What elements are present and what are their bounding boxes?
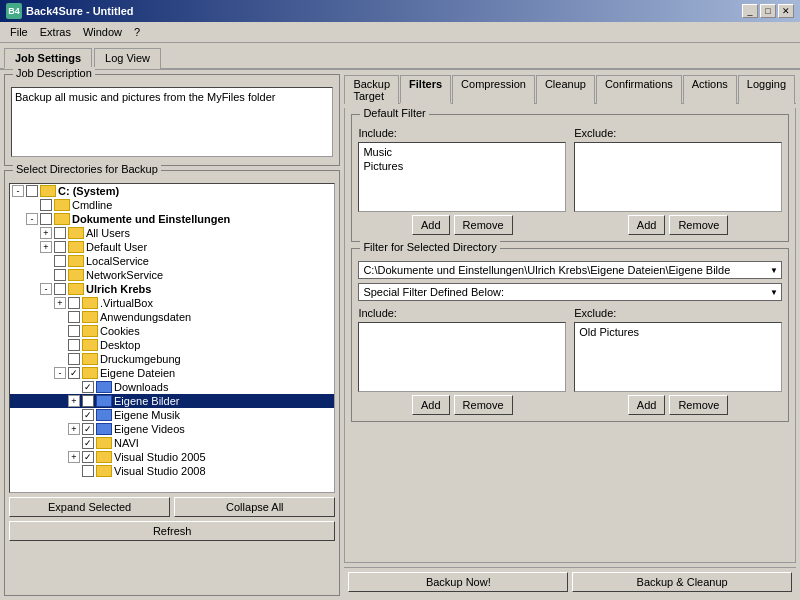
tree-item[interactable]: +✓Eigene Videos	[10, 422, 334, 436]
tree-checkbox[interactable]	[68, 353, 80, 365]
tab-confirmations[interactable]: Confirmations	[596, 75, 682, 104]
tree-expand-icon[interactable]: +	[54, 297, 66, 309]
tree-checkbox[interactable]	[82, 465, 94, 477]
default-exclude-add-button[interactable]: Add	[628, 215, 666, 235]
folder-icon	[96, 451, 112, 463]
collapse-all-button[interactable]: Collapse All	[174, 497, 335, 517]
tab-log-view[interactable]: Log View	[94, 48, 161, 69]
tree-checkbox[interactable]: ✓	[82, 409, 94, 421]
list-item[interactable]: Music	[361, 145, 563, 159]
close-button[interactable]: ✕	[778, 4, 794, 18]
tree-item[interactable]: +Default User	[10, 240, 334, 254]
tree-expand-icon[interactable]: +	[68, 395, 80, 407]
tree-expand-icon[interactable]: -	[54, 367, 66, 379]
tree-expand-icon[interactable]: -	[40, 283, 52, 295]
tree-item[interactable]: +✓Eigene Bilder	[10, 394, 334, 408]
filter-type-dropdown[interactable]: Special Filter Defined Below:Use Default…	[358, 283, 782, 301]
tab-backup-target[interactable]: Backup Target	[344, 75, 399, 104]
refresh-button[interactable]: Refresh	[9, 521, 335, 541]
tree-expand-icon[interactable]: +	[68, 451, 80, 463]
default-exclude-listbox[interactable]	[574, 142, 782, 212]
tab-cleanup[interactable]: Cleanup	[536, 75, 595, 104]
dir-select-label: Select Directories for Backup	[13, 163, 161, 175]
tree-item[interactable]: -C: (System)	[10, 184, 334, 198]
tree-item[interactable]: ✓Eigene Musik	[10, 408, 334, 422]
default-exclude-remove-button[interactable]: Remove	[669, 215, 728, 235]
tree-checkbox[interactable]	[40, 199, 52, 211]
default-include-add-button[interactable]: Add	[412, 215, 450, 235]
maximize-button[interactable]: □	[760, 4, 776, 18]
backup-now-button[interactable]: Backup Now!	[348, 572, 568, 592]
tree-checkbox[interactable]	[68, 297, 80, 309]
tree-expand-icon[interactable]: +	[40, 241, 52, 253]
tree-checkbox[interactable]: ✓	[82, 451, 94, 463]
expand-selected-button[interactable]: Expand Selected	[9, 497, 170, 517]
tree-item[interactable]: Druckumgebung	[10, 352, 334, 366]
tree-checkbox[interactable]	[54, 241, 66, 253]
tree-item[interactable]: ✓NAVI	[10, 436, 334, 450]
tree-checkbox[interactable]	[54, 283, 66, 295]
default-include-remove-button[interactable]: Remove	[454, 215, 513, 235]
tree-expand-icon[interactable]: -	[12, 185, 24, 197]
tree-item[interactable]: +All Users	[10, 226, 334, 240]
tree-item[interactable]: Desktop	[10, 338, 334, 352]
tree-checkbox[interactable]: ✓	[82, 437, 94, 449]
tab-actions[interactable]: Actions	[683, 75, 737, 104]
dir-path-dropdown[interactable]: C:\Dokumente und Einstellungen\Ulrich Kr…	[358, 261, 782, 279]
main-content: Job Description Select Directories for B…	[0, 70, 800, 600]
tree-checkbox[interactable]: ✓	[82, 423, 94, 435]
tree-item[interactable]: Cmdline	[10, 198, 334, 212]
tree-item[interactable]: NetworkService	[10, 268, 334, 282]
tree-item[interactable]: Anwendungsdaten	[10, 310, 334, 324]
tree-item[interactable]: Cookies	[10, 324, 334, 338]
tab-compression[interactable]: Compression	[452, 75, 535, 104]
tree-checkbox[interactable]	[68, 325, 80, 337]
selected-include-remove-button[interactable]: Remove	[454, 395, 513, 415]
menu-file[interactable]: File	[4, 24, 34, 40]
tree-checkbox[interactable]: ✓	[82, 395, 94, 407]
minimize-button[interactable]: _	[742, 4, 758, 18]
list-item[interactable]: Old Pictures	[577, 325, 779, 339]
tree-checkbox[interactable]: ✓	[82, 381, 94, 393]
directory-tree[interactable]: -C: (System)Cmdline-Dokumente und Einste…	[9, 183, 335, 493]
tree-checkbox[interactable]	[54, 255, 66, 267]
tree-item[interactable]: LocalService	[10, 254, 334, 268]
tab-job-settings[interactable]: Job Settings	[4, 48, 92, 69]
tree-item[interactable]: -✓Eigene Dateien	[10, 366, 334, 380]
tree-expand-icon[interactable]: +	[40, 227, 52, 239]
tree-checkbox[interactable]	[54, 269, 66, 281]
tree-item[interactable]: Visual Studio 2008	[10, 464, 334, 478]
tree-checkbox[interactable]	[68, 339, 80, 351]
menu-window[interactable]: Window	[77, 24, 128, 40]
menu-extras[interactable]: Extras	[34, 24, 77, 40]
tree-checkbox[interactable]	[54, 227, 66, 239]
selected-include-add-button[interactable]: Add	[412, 395, 450, 415]
tree-item[interactable]: -Ulrich Krebs	[10, 282, 334, 296]
selected-include-listbox[interactable]	[358, 322, 566, 392]
folder-icon	[82, 339, 98, 351]
tree-checkbox[interactable]: ✓	[68, 367, 80, 379]
tree-item[interactable]: +.VirtualBox	[10, 296, 334, 310]
tree-checkbox[interactable]	[40, 213, 52, 225]
job-description-input[interactable]	[11, 87, 333, 157]
tree-expand-icon[interactable]: +	[68, 423, 80, 435]
selected-exclude-listbox[interactable]: Old Pictures	[574, 322, 782, 392]
selected-exclude-add-button[interactable]: Add	[628, 395, 666, 415]
tree-expand-icon[interactable]: -	[26, 213, 38, 225]
folder-icon	[82, 353, 98, 365]
backup-cleanup-button[interactable]: Backup & Cleanup	[572, 572, 792, 592]
tree-item[interactable]: ✓Downloads	[10, 380, 334, 394]
selected-exclude-remove-button[interactable]: Remove	[669, 395, 728, 415]
list-item[interactable]: Pictures	[361, 159, 563, 173]
tree-checkbox[interactable]	[26, 185, 38, 197]
tree-item-label: Eigene Dateien	[100, 367, 175, 379]
tab-logging[interactable]: Logging	[738, 75, 795, 104]
default-include-listbox[interactable]: MusicPictures	[358, 142, 566, 212]
tree-checkbox[interactable]	[68, 311, 80, 323]
tree-item-label: NetworkService	[86, 269, 163, 281]
tree-item[interactable]: +✓Visual Studio 2005	[10, 450, 334, 464]
tree-item[interactable]: -Dokumente und Einstellungen	[10, 212, 334, 226]
menu-help[interactable]: ?	[128, 24, 146, 40]
tree-item-label: Ulrich Krebs	[86, 283, 151, 295]
tab-filters[interactable]: Filters	[400, 75, 451, 104]
